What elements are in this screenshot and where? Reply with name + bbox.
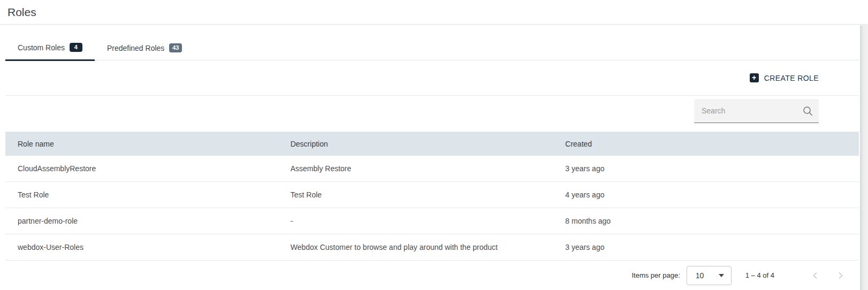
tab-custom-roles-label: Custom Roles	[18, 43, 65, 52]
roles-table: Role name Description Created CloudAssem…	[5, 132, 859, 261]
table-row[interactable]: partner-demo-role - 8 months ago	[5, 208, 859, 234]
table-row[interactable]: Test Role Test Role 4 years ago	[5, 182, 859, 208]
cell-created: 3 years ago	[565, 164, 859, 173]
table-row[interactable]: CloudAssemblyRestore Assembly Restore 3 …	[5, 156, 859, 182]
cell-description: -	[291, 217, 566, 225]
tab-bar: Custom Roles 4 Predefined Roles 43	[5, 25, 859, 60]
column-header-description: Description	[291, 140, 566, 148]
search-input[interactable]	[694, 106, 803, 115]
chevron-down-icon	[719, 274, 724, 277]
plus-icon: +	[750, 73, 759, 82]
custom-roles-count-badge: 4	[70, 43, 82, 52]
pagination-range: 1 – 4 of 4	[745, 271, 774, 279]
tab-predefined-roles[interactable]: Predefined Roles 43	[95, 43, 194, 60]
cell-description: Webdox Customer to browse and play aroun…	[291, 243, 566, 251]
search-row	[5, 96, 859, 132]
previous-page-button[interactable]	[809, 269, 821, 282]
cell-role-name[interactable]: Test Role	[5, 190, 291, 199]
cell-created: 4 years ago	[565, 190, 859, 199]
items-per-page-label: Items per page:	[631, 271, 680, 279]
create-role-button-label: CREATE ROLE	[764, 74, 819, 82]
next-page-button[interactable]	[834, 269, 847, 282]
column-header-created: Created	[565, 140, 859, 148]
search-box	[694, 99, 819, 123]
cell-created: 8 months ago	[565, 217, 859, 225]
predefined-roles-count-badge: 43	[169, 43, 182, 52]
table-row[interactable]: webdox-User-Roles Webdox Customer to bro…	[5, 234, 859, 261]
cell-description: Assembly Restore	[291, 164, 566, 173]
tab-custom-roles[interactable]: Custom Roles 4	[5, 43, 95, 61]
scrollbar-strip[interactable]	[860, 25, 868, 290]
cell-role-name[interactable]: partner-demo-role	[5, 217, 291, 225]
pagination-bar: Items per page: 10 1 – 4 of 4	[5, 261, 859, 290]
column-header-role-name: Role name	[5, 140, 291, 148]
cell-role-name[interactable]: CloudAssemblyRestore	[5, 164, 291, 173]
page-title: Roles	[7, 6, 36, 19]
items-per-page-value: 10	[696, 271, 704, 280]
cell-description: Test Role	[291, 190, 566, 199]
cell-role-name[interactable]: webdox-User-Roles	[5, 243, 291, 251]
create-role-button[interactable]: + CREATE ROLE	[750, 73, 819, 82]
table-header-row: Role name Description Created	[5, 132, 859, 156]
search-icon[interactable]	[803, 106, 819, 116]
cell-created: 3 years ago	[565, 243, 859, 251]
toolbar: + CREATE ROLE	[5, 60, 859, 96]
items-per-page-select[interactable]: 10	[687, 266, 732, 285]
page-header: Roles	[0, 0, 868, 25]
tab-predefined-roles-label: Predefined Roles	[107, 44, 164, 52]
roles-card: Custom Roles 4 Predefined Roles 43 + CRE…	[5, 25, 859, 290]
